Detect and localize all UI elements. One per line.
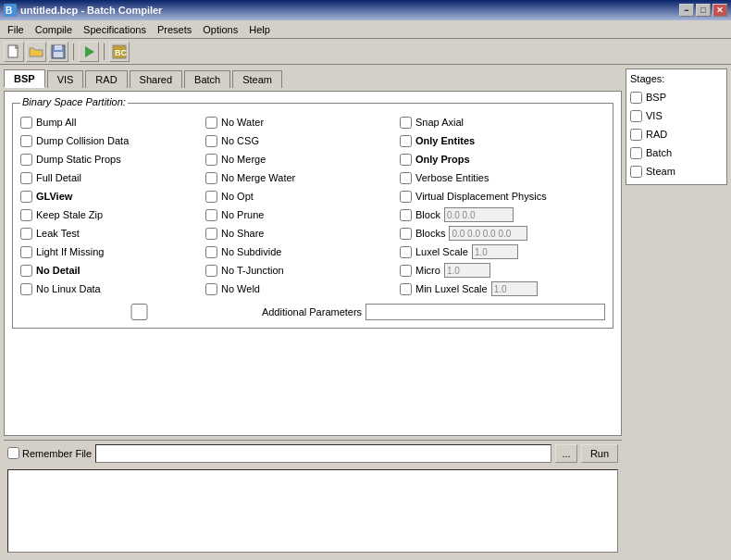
tab-steam[interactable]: Steam (232, 70, 282, 88)
label-no-prune[interactable]: No Prune (221, 209, 264, 220)
label-remember-file[interactable]: Remember File (22, 448, 92, 459)
label-block[interactable]: Block (415, 209, 440, 220)
label-stage-batch[interactable]: Batch (646, 147, 672, 158)
menu-options[interactable]: Options (197, 22, 243, 37)
label-no-weld[interactable]: No Weld (221, 283, 260, 294)
checkbox-dump-static[interactable] (20, 154, 32, 166)
tab-batch[interactable]: Batch (184, 70, 230, 88)
checkbox-luxel-scale[interactable] (400, 246, 412, 258)
label-no-csg[interactable]: No CSG (221, 135, 259, 146)
label-no-detail[interactable]: No Detail (36, 265, 81, 276)
input-additional-params[interactable] (366, 304, 605, 320)
label-virtual-displacement[interactable]: Virtual Displacement Physics (415, 191, 547, 202)
compile-button[interactable]: BC (109, 42, 130, 62)
browse-button[interactable]: ... (555, 444, 577, 463)
label-blocks[interactable]: Blocks (415, 228, 445, 239)
open-button[interactable] (26, 42, 46, 62)
input-blocks[interactable] (449, 226, 527, 241)
label-no-opt[interactable]: No Opt (221, 191, 254, 202)
label-no-water[interactable]: No Water (221, 117, 264, 128)
label-micro[interactable]: Micro (415, 265, 440, 276)
new-button[interactable] (4, 42, 24, 62)
label-keep-stale[interactable]: Keep Stale Zip (36, 209, 103, 220)
checkbox-only-props[interactable] (400, 154, 412, 166)
checkbox-dump-collision[interactable] (20, 135, 32, 147)
checkbox-micro[interactable] (400, 265, 412, 277)
input-micro[interactable] (444, 263, 490, 278)
checkbox-leak-test[interactable] (20, 228, 32, 240)
maximize-button[interactable]: □ (696, 4, 711, 17)
label-leak-test[interactable]: Leak Test (36, 228, 80, 239)
checkbox-keep-stale[interactable] (20, 209, 32, 221)
checkbox-verbose-entities[interactable] (400, 172, 412, 184)
label-dump-static[interactable]: Dump Static Props (36, 154, 121, 165)
checkbox-no-prune[interactable] (205, 209, 217, 221)
menu-presets[interactable]: Presets (152, 22, 197, 37)
input-min-luxel-scale[interactable] (491, 281, 538, 296)
tab-bsp[interactable]: BSP (4, 69, 45, 88)
label-glview[interactable]: GLView (36, 191, 72, 202)
checkbox-no-tjunction[interactable] (205, 265, 217, 277)
label-no-tjunction[interactable]: No T-Junction (221, 265, 284, 276)
checkbox-no-merge[interactable] (205, 154, 217, 166)
label-only-entities[interactable]: Only Entites (415, 135, 475, 146)
checkbox-no-detail[interactable] (20, 265, 32, 277)
label-bump-all[interactable]: Bump All (36, 117, 76, 128)
label-stage-vis[interactable]: VIS (646, 110, 663, 121)
checkbox-block[interactable] (400, 209, 412, 221)
play-button[interactable] (79, 42, 99, 62)
label-no-subdivide[interactable]: No Subdivide (221, 246, 281, 257)
menu-help[interactable]: Help (243, 22, 276, 37)
checkbox-light-missing[interactable] (20, 246, 32, 258)
menu-specifications[interactable]: Specifications (78, 22, 152, 37)
label-no-share[interactable]: No Share (221, 228, 264, 239)
checkbox-no-share[interactable] (205, 228, 217, 240)
label-stage-rad[interactable]: RAD (646, 129, 667, 140)
label-no-linux[interactable]: No Linux Data (36, 283, 101, 294)
label-only-props[interactable]: Only Props (415, 154, 470, 165)
label-stage-steam[interactable]: Steam (646, 166, 675, 177)
label-snap-axial[interactable]: Snap Axial (415, 117, 464, 128)
input-block[interactable] (444, 207, 514, 222)
save-button[interactable] (48, 42, 68, 62)
input-luxel-scale[interactable] (472, 244, 518, 259)
label-luxel-scale[interactable]: Luxel Scale (415, 246, 468, 257)
label-stage-bsp[interactable]: BSP (646, 92, 666, 103)
minimize-button[interactable]: − (679, 4, 694, 17)
tab-rad[interactable]: RAD (85, 70, 127, 88)
checkbox-only-entities[interactable] (400, 135, 412, 147)
checkbox-full-detail[interactable] (20, 172, 32, 184)
label-full-detail[interactable]: Full Detail (36, 172, 81, 183)
checkbox-no-subdivide[interactable] (205, 246, 217, 258)
label-min-luxel-scale[interactable]: Min Luxel Scale (415, 283, 488, 294)
checkbox-glview[interactable] (20, 191, 32, 203)
checkbox-min-luxel-scale[interactable] (400, 283, 412, 295)
file-path-input[interactable] (95, 444, 551, 463)
label-dump-collision[interactable]: Dump Collision Data (36, 135, 129, 146)
checkbox-stage-bsp[interactable] (630, 92, 642, 104)
menu-file[interactable]: File (2, 22, 30, 37)
checkbox-stage-rad[interactable] (630, 129, 642, 141)
checkbox-stage-steam[interactable] (630, 166, 642, 178)
tab-vis[interactable]: VIS (47, 70, 84, 88)
checkbox-no-weld[interactable] (205, 283, 217, 295)
checkbox-additional-params[interactable] (20, 304, 258, 320)
checkbox-blocks[interactable] (400, 228, 412, 240)
close-button[interactable]: ✕ (712, 4, 727, 17)
checkbox-snap-axial[interactable] (400, 117, 412, 129)
checkbox-no-opt[interactable] (205, 191, 217, 203)
checkbox-no-csg[interactable] (205, 135, 217, 147)
label-no-merge-water[interactable]: No Merge Water (221, 172, 295, 183)
checkbox-stage-batch[interactable] (630, 147, 642, 159)
label-additional-params[interactable]: Additional Parameters (262, 306, 362, 317)
checkbox-virtual-displacement[interactable] (400, 191, 412, 203)
checkbox-no-linux[interactable] (20, 283, 32, 295)
label-no-merge[interactable]: No Merge (221, 154, 266, 165)
run-button[interactable]: Run (581, 444, 618, 463)
checkbox-remember-file[interactable] (7, 447, 19, 459)
tab-shared[interactable]: Shared (130, 70, 182, 88)
menu-compile[interactable]: Compile (30, 22, 78, 37)
checkbox-no-merge-water[interactable] (205, 172, 217, 184)
checkbox-no-water[interactable] (205, 117, 217, 129)
label-verbose-entities[interactable]: Verbose Entities (415, 172, 489, 183)
